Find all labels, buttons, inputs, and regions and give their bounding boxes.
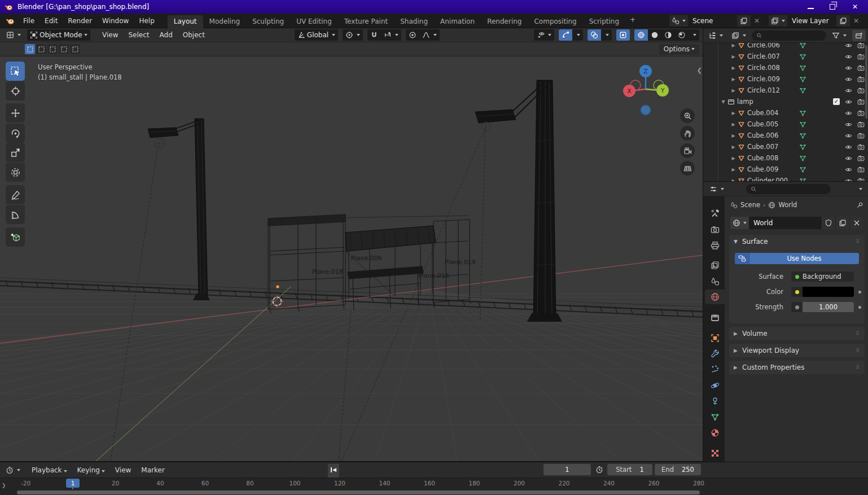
viewport-menu-add[interactable]: Add [155, 29, 178, 41]
properties-tab-output[interactable] [705, 238, 725, 253]
add-workspace-button[interactable]: + [625, 14, 640, 28]
expand-arrow-icon[interactable]: ▶ [730, 133, 737, 138]
scene-name[interactable]: Scene [688, 17, 737, 25]
outliner-row[interactable]: ▶Cube.004 [703, 107, 868, 119]
workspace-tab-scripting[interactable]: Scripting [583, 15, 625, 28]
viewport-menu-view[interactable]: View [97, 29, 123, 41]
new-world-button[interactable] [835, 217, 849, 229]
timeline-scrollbar[interactable] [17, 490, 700, 494]
outliner-scrollbar[interactable] [865, 45, 867, 119]
shading-wireframe-button[interactable] [634, 29, 648, 41]
tool-select-box-button[interactable] [6, 62, 25, 81]
drag-handle[interactable]: ⠿ [856, 331, 860, 336]
outliner-item-name[interactable]: Circle.006 [747, 43, 780, 49]
expand-arrow-icon[interactable]: ▶ [730, 65, 737, 71]
camera-restrict-icon[interactable] [857, 166, 865, 173]
expand-arrow-icon[interactable]: ▶ [730, 43, 737, 48]
outliner-row[interactable]: ▶Cube.006 [703, 130, 868, 141]
workspace-tab-animation[interactable]: Animation [434, 15, 481, 28]
current-frame-field[interactable]: 1 [543, 464, 591, 475]
camera-restrict-icon[interactable] [857, 143, 865, 151]
proportional-falloff-selector[interactable] [419, 29, 440, 41]
strength-slider[interactable]: 1.000 [803, 302, 854, 312]
breadcrumb-world[interactable]: World [778, 201, 797, 209]
outliner-row[interactable]: ▶Cube.008 [703, 152, 868, 164]
outliner-row[interactable]: ▶Cube.007 [703, 141, 868, 152]
property-control[interactable]: 1.000 [791, 302, 854, 312]
camera-restrict-icon[interactable] [857, 177, 865, 182]
expand-arrow-icon[interactable]: ▶ [730, 167, 737, 172]
properties-tab-scene[interactable] [705, 274, 725, 289]
properties-tab-data[interactable] [705, 410, 725, 424]
ortho-toggle-button[interactable] [680, 161, 695, 176]
view-layer-remove-button[interactable]: ✕ [850, 17, 862, 25]
color-swatch[interactable] [803, 287, 854, 297]
properties-search[interactable] [746, 184, 831, 194]
world-name-field[interactable]: World [749, 217, 821, 229]
blender-menu-icon[interactable] [6, 16, 15, 25]
outliner-row[interactable]: ▶Cylinder.000 [703, 175, 868, 182]
outliner-item-name[interactable]: Circle.009 [747, 75, 780, 83]
properties-options-dropdown[interactable] [859, 188, 862, 190]
scene-unlink-button[interactable]: ✕ [751, 17, 763, 25]
camera-restrict-icon[interactable] [857, 43, 865, 49]
outliner-row[interactable]: ▶Circle.012 [703, 85, 868, 96]
tool-cursor-button[interactable] [6, 81, 25, 100]
outliner-editor-type-button[interactable] [705, 30, 726, 41]
timeline-menu-marker[interactable]: Marker [136, 464, 169, 476]
gizmo-dropdown[interactable] [572, 29, 583, 41]
show-gizmo-toggle[interactable] [559, 29, 572, 41]
tool-annotate-button[interactable] [6, 185, 25, 204]
zoom-button[interactable] [680, 108, 695, 123]
options-button[interactable]: Options [659, 44, 699, 55]
surface-panel-header[interactable]: ▼ Surface ⠿ [729, 235, 865, 248]
overlays-dropdown[interactable] [601, 29, 612, 41]
workspace-tab-rendering[interactable]: Rendering [481, 15, 528, 28]
view-layer-copy-button[interactable] [836, 15, 850, 27]
socket-button[interactable] [791, 287, 803, 297]
select-mode-intersect-button[interactable] [70, 44, 80, 54]
frame-start-field[interactable]: Start1 [607, 464, 652, 475]
eye-icon[interactable] [845, 121, 852, 128]
outliner-row[interactable]: ▶Cube.009 [703, 164, 868, 175]
outliner-row[interactable]: ▶Circle.006 [703, 43, 868, 51]
camera-restrict-icon[interactable] [857, 76, 865, 83]
shading-solid-button[interactable] [648, 29, 661, 41]
timeline-menu-keying[interactable]: Keying [72, 464, 110, 476]
viewport-menu-select[interactable]: Select [123, 29, 154, 41]
viewport-menu-object[interactable]: Object [178, 29, 210, 41]
properties-tab-view-layer[interactable] [705, 258, 725, 273]
expand-arrow-icon[interactable]: ▶ [730, 144, 737, 150]
properties-tab-texture[interactable] [705, 446, 725, 461]
eye-icon[interactable] [845, 98, 852, 106]
minimize-button[interactable] [808, 5, 814, 9]
camera-restrict-icon[interactable] [857, 132, 865, 139]
outliner-body[interactable]: ▶Circle.006▶Circle.007▶Circle.008▶Circle… [703, 43, 868, 182]
properties-tab-tool[interactable] [705, 206, 725, 221]
eye-icon[interactable] [845, 53, 852, 60]
view-layer-name[interactable]: View Layer [787, 17, 836, 25]
snap-target-selector[interactable] [381, 29, 401, 41]
tool-scale-button[interactable] [6, 143, 25, 162]
outliner-item-name[interactable]: Circle.012 [747, 86, 780, 94]
show-overlays-toggle[interactable] [588, 29, 601, 41]
workspace-tab-shading[interactable]: Shading [394, 15, 434, 28]
expand-arrow-icon[interactable]: ▶ [730, 77, 737, 82]
drag-handle[interactable]: ⠿ [856, 348, 860, 353]
eye-icon[interactable] [845, 64, 852, 72]
workspace-tab-compositing[interactable]: Compositing [528, 15, 582, 28]
menu-render[interactable]: Render [63, 15, 97, 27]
eye-icon[interactable] [845, 177, 852, 182]
timeline-editor-type-button[interactable] [3, 465, 23, 476]
camera-view-button[interactable] [680, 143, 695, 158]
animate-dot[interactable] [858, 291, 861, 294]
use-nodes-button[interactable]: Use Nodes [735, 253, 859, 264]
use-preview-range-button[interactable] [593, 464, 606, 475]
outliner-item-name[interactable]: Cube.009 [747, 165, 778, 173]
outliner-item-name[interactable]: Cube.004 [747, 109, 778, 117]
outliner-item-name[interactable]: Circle.008 [747, 64, 780, 72]
camera-restrict-icon[interactable] [857, 109, 865, 117]
transform-orientation-selector[interactable]: Global [295, 29, 338, 41]
properties-tab-modifiers[interactable] [705, 347, 725, 361]
camera-restrict-icon[interactable] [857, 53, 865, 60]
